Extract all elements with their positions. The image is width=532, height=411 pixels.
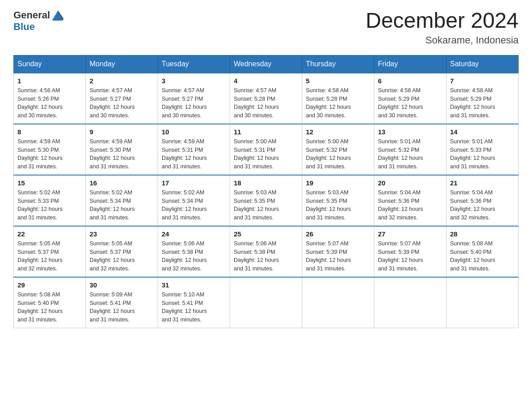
logo-blue-text: Blue bbox=[13, 21, 35, 32]
col-tuesday: Tuesday bbox=[158, 55, 230, 73]
day-info: Sunrise: 4:56 AMSunset: 5:26 PMDaylight:… bbox=[17, 86, 82, 120]
day-info: Sunrise: 5:08 AMSunset: 5:40 PMDaylight:… bbox=[450, 240, 515, 273]
day-number: 29 bbox=[17, 281, 82, 289]
col-friday: Friday bbox=[374, 55, 446, 73]
day-number: 18 bbox=[234, 179, 298, 187]
day-number: 21 bbox=[450, 179, 515, 187]
week-row-2: 8Sunrise: 4:59 AMSunset: 5:30 PMDaylight… bbox=[14, 124, 519, 175]
day-info: Sunrise: 4:59 AMSunset: 5:31 PMDaylight:… bbox=[162, 137, 226, 171]
logo-general-text: General bbox=[13, 10, 50, 21]
day-info: Sunrise: 5:02 AMSunset: 5:34 PMDaylight:… bbox=[162, 188, 226, 222]
calendar-cell bbox=[230, 277, 302, 328]
calendar-cell: 12Sunrise: 5:00 AMSunset: 5:32 PMDayligh… bbox=[302, 124, 374, 175]
calendar-cell: 20Sunrise: 5:04 AMSunset: 5:36 PMDayligh… bbox=[374, 175, 446, 226]
calendar-cell: 25Sunrise: 5:06 AMSunset: 5:38 PMDayligh… bbox=[230, 226, 302, 277]
day-info: Sunrise: 5:02 AMSunset: 5:33 PMDaylight:… bbox=[17, 188, 82, 222]
title-block: December 2024 Sokarame, Indonesia bbox=[365, 9, 519, 46]
day-number: 1 bbox=[17, 77, 82, 85]
day-info: Sunrise: 5:05 AMSunset: 5:37 PMDaylight:… bbox=[17, 240, 82, 273]
day-info: Sunrise: 5:07 AMSunset: 5:39 PMDaylight:… bbox=[306, 240, 370, 273]
day-info: Sunrise: 5:09 AMSunset: 5:41 PMDaylight:… bbox=[90, 291, 154, 324]
day-number: 22 bbox=[17, 230, 82, 238]
day-number: 16 bbox=[90, 179, 154, 187]
day-number: 31 bbox=[162, 281, 226, 289]
calendar-cell: 28Sunrise: 5:08 AMSunset: 5:40 PMDayligh… bbox=[446, 226, 519, 277]
day-info: Sunrise: 4:57 AMSunset: 5:27 PMDaylight:… bbox=[162, 86, 226, 120]
calendar-cell bbox=[446, 277, 519, 328]
calendar-cell: 5Sunrise: 4:58 AMSunset: 5:28 PMDaylight… bbox=[302, 73, 374, 124]
day-info: Sunrise: 4:59 AMSunset: 5:30 PMDaylight:… bbox=[17, 137, 82, 171]
day-number: 6 bbox=[378, 77, 442, 85]
day-number: 7 bbox=[450, 77, 515, 85]
col-monday: Monday bbox=[86, 55, 158, 73]
day-info: Sunrise: 5:03 AMSunset: 5:35 PMDaylight:… bbox=[234, 188, 298, 222]
calendar-cell: 29Sunrise: 5:08 AMSunset: 5:40 PMDayligh… bbox=[14, 277, 86, 328]
logo-icon bbox=[51, 9, 64, 21]
calendar-cell: 6Sunrise: 4:58 AMSunset: 5:29 PMDaylight… bbox=[374, 73, 446, 124]
calendar-cell: 2Sunrise: 4:57 AMSunset: 5:27 PMDaylight… bbox=[86, 73, 158, 124]
day-number: 3 bbox=[162, 77, 226, 85]
day-number: 14 bbox=[450, 128, 515, 136]
calendar-cell: 7Sunrise: 4:58 AMSunset: 5:29 PMDaylight… bbox=[446, 73, 519, 124]
day-info: Sunrise: 4:58 AMSunset: 5:29 PMDaylight:… bbox=[378, 86, 442, 120]
week-row-1: 1Sunrise: 4:56 AMSunset: 5:26 PMDaylight… bbox=[14, 73, 519, 124]
day-number: 15 bbox=[17, 179, 82, 187]
calendar-cell: 13Sunrise: 5:01 AMSunset: 5:32 PMDayligh… bbox=[374, 124, 446, 175]
calendar-cell: 4Sunrise: 4:57 AMSunset: 5:28 PMDaylight… bbox=[230, 73, 302, 124]
calendar-cell: 26Sunrise: 5:07 AMSunset: 5:39 PMDayligh… bbox=[302, 226, 374, 277]
week-row-3: 15Sunrise: 5:02 AMSunset: 5:33 PMDayligh… bbox=[14, 175, 519, 226]
day-number: 20 bbox=[378, 179, 442, 187]
calendar-cell: 15Sunrise: 5:02 AMSunset: 5:33 PMDayligh… bbox=[14, 175, 86, 226]
col-sunday: Sunday bbox=[14, 55, 86, 73]
calendar-cell: 14Sunrise: 5:01 AMSunset: 5:33 PMDayligh… bbox=[446, 124, 519, 175]
day-number: 28 bbox=[450, 230, 515, 238]
day-number: 5 bbox=[306, 77, 370, 85]
calendar-table: Sunday Monday Tuesday Wednesday Thursday… bbox=[13, 55, 519, 328]
day-info: Sunrise: 5:10 AMSunset: 5:41 PMDaylight:… bbox=[162, 291, 226, 324]
logo: General Blue bbox=[13, 9, 64, 32]
calendar-cell: 8Sunrise: 4:59 AMSunset: 5:30 PMDaylight… bbox=[14, 124, 86, 175]
day-number: 11 bbox=[234, 128, 298, 136]
day-info: Sunrise: 4:57 AMSunset: 5:28 PMDaylight:… bbox=[234, 86, 298, 120]
calendar-cell: 3Sunrise: 4:57 AMSunset: 5:27 PMDaylight… bbox=[158, 73, 230, 124]
calendar-cell: 16Sunrise: 5:02 AMSunset: 5:34 PMDayligh… bbox=[86, 175, 158, 226]
calendar-cell: 27Sunrise: 5:07 AMSunset: 5:39 PMDayligh… bbox=[374, 226, 446, 277]
col-thursday: Thursday bbox=[302, 55, 374, 73]
calendar-cell: 18Sunrise: 5:03 AMSunset: 5:35 PMDayligh… bbox=[230, 175, 302, 226]
calendar-cell: 9Sunrise: 4:59 AMSunset: 5:30 PMDaylight… bbox=[86, 124, 158, 175]
calendar-cell: 10Sunrise: 4:59 AMSunset: 5:31 PMDayligh… bbox=[158, 124, 230, 175]
day-info: Sunrise: 5:00 AMSunset: 5:31 PMDaylight:… bbox=[234, 137, 298, 171]
day-info: Sunrise: 5:03 AMSunset: 5:35 PMDaylight:… bbox=[306, 188, 370, 222]
calendar-cell: 24Sunrise: 5:06 AMSunset: 5:38 PMDayligh… bbox=[158, 226, 230, 277]
page-subtitle: Sokarame, Indonesia bbox=[365, 34, 519, 46]
calendar-header-row: Sunday Monday Tuesday Wednesday Thursday… bbox=[14, 55, 519, 73]
day-info: Sunrise: 4:58 AMSunset: 5:28 PMDaylight:… bbox=[306, 86, 370, 120]
calendar-cell: 17Sunrise: 5:02 AMSunset: 5:34 PMDayligh… bbox=[158, 175, 230, 226]
day-number: 17 bbox=[162, 179, 226, 187]
day-number: 10 bbox=[162, 128, 226, 136]
day-number: 4 bbox=[234, 77, 298, 85]
day-number: 8 bbox=[17, 128, 82, 136]
day-number: 26 bbox=[306, 230, 370, 238]
day-number: 13 bbox=[378, 128, 442, 136]
calendar-cell bbox=[374, 277, 446, 328]
calendar-cell: 30Sunrise: 5:09 AMSunset: 5:41 PMDayligh… bbox=[86, 277, 158, 328]
day-info: Sunrise: 5:05 AMSunset: 5:37 PMDaylight:… bbox=[90, 240, 154, 273]
calendar-cell: 19Sunrise: 5:03 AMSunset: 5:35 PMDayligh… bbox=[302, 175, 374, 226]
day-info: Sunrise: 5:01 AMSunset: 5:33 PMDaylight:… bbox=[450, 137, 515, 171]
calendar-cell: 23Sunrise: 5:05 AMSunset: 5:37 PMDayligh… bbox=[86, 226, 158, 277]
calendar-cell: 1Sunrise: 4:56 AMSunset: 5:26 PMDaylight… bbox=[14, 73, 86, 124]
day-number: 23 bbox=[90, 230, 154, 238]
day-number: 19 bbox=[306, 179, 370, 187]
col-wednesday: Wednesday bbox=[230, 55, 302, 73]
day-info: Sunrise: 4:59 AMSunset: 5:30 PMDaylight:… bbox=[90, 137, 154, 171]
calendar-cell: 11Sunrise: 5:00 AMSunset: 5:31 PMDayligh… bbox=[230, 124, 302, 175]
day-number: 27 bbox=[378, 230, 442, 238]
calendar-cell bbox=[302, 277, 374, 328]
page-header: General Blue December 2024 Sokarame, Ind… bbox=[13, 9, 519, 46]
day-info: Sunrise: 5:04 AMSunset: 5:36 PMDaylight:… bbox=[450, 188, 515, 222]
page-title: December 2024 bbox=[365, 9, 519, 33]
day-info: Sunrise: 5:00 AMSunset: 5:32 PMDaylight:… bbox=[306, 137, 370, 171]
day-info: Sunrise: 5:08 AMSunset: 5:40 PMDaylight:… bbox=[17, 291, 82, 324]
day-info: Sunrise: 5:07 AMSunset: 5:39 PMDaylight:… bbox=[378, 240, 442, 273]
